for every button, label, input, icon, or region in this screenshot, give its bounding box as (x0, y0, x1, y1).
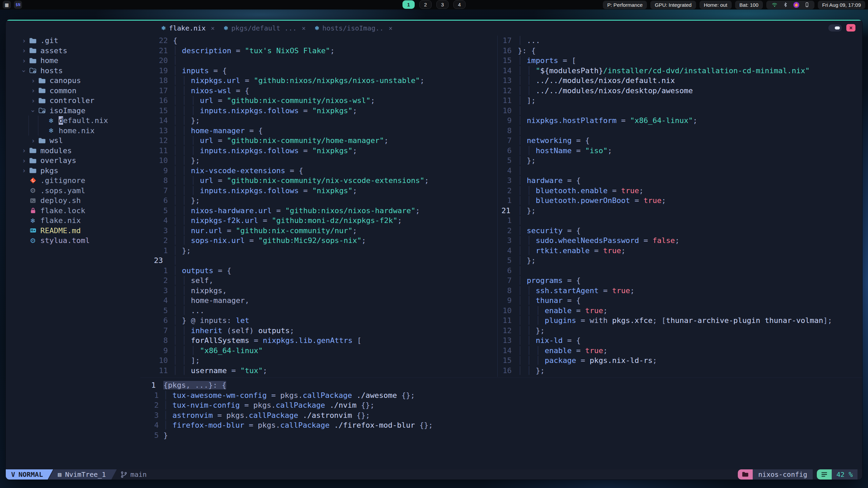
tree-item--sops-yaml[interactable]: ⚙.sops.yaml (6, 186, 150, 196)
code-line: 2│ security = { (499, 226, 862, 236)
tree-item-label: home.nix (59, 126, 95, 136)
tab-hosts-isoImag-[interactable]: ❄hosts/isoImag..× (314, 21, 392, 36)
chevron-right-icon[interactable]: › (20, 157, 28, 164)
pane-separator-horizontal[interactable] (140, 378, 862, 378)
code-line: 13│ │ home-manager = { (150, 126, 497, 136)
code-text: │ │ nixos-hardware.url = "github:nixos/n… (173, 206, 420, 216)
workspace-button-2[interactable]: 2 (419, 0, 432, 9)
tree-item-common[interactable]: ›common (6, 86, 150, 96)
phone-icon[interactable] (805, 2, 809, 8)
line-number: 3 (140, 410, 159, 421)
line-number: 9 (150, 346, 168, 356)
code-line: 4│ │ home-manager, (150, 296, 497, 306)
tree-item--git[interactable]: ›.git (6, 36, 150, 46)
workspace-button-4[interactable]: 4 (453, 0, 466, 9)
workspace-button-3[interactable]: 3 (436, 0, 449, 9)
line-number: 7 (499, 276, 512, 286)
chevron-right-icon[interactable]: › (20, 167, 28, 174)
tree-item-home[interactable]: ›home (6, 56, 150, 66)
code-text: │ │ self, (173, 276, 213, 286)
chevron-right-icon[interactable]: › (29, 97, 37, 104)
tree-item-label: pkgs (40, 166, 58, 176)
tab-pkgs-default-[interactable]: ❄pkgs/default ...× (223, 21, 305, 36)
tab-close-icon[interactable]: × (211, 21, 215, 36)
tree-item-wsl[interactable]: ›wsl (6, 136, 150, 146)
tree-item-controller[interactable]: ›controller (6, 96, 150, 106)
chevron-down-icon[interactable]: › (29, 107, 37, 115)
tree-item-flake-lock[interactable]: flake.lock (6, 206, 150, 216)
line-number: 6 (150, 196, 168, 206)
tree-item-assets[interactable]: ›assets (6, 46, 150, 56)
app-grid-icon[interactable]: ▦ (3, 1, 11, 9)
code-text: │ }; (518, 256, 536, 266)
tab-close-icon[interactable]: × (302, 21, 305, 36)
code-line: 5│ │ ... (150, 306, 497, 316)
line-number: 20 (150, 56, 168, 66)
line-number: 8 (150, 176, 168, 186)
tree-item-isoImage[interactable]: ›isoImage (6, 106, 150, 116)
line-number: 1 (150, 266, 168, 276)
nix-icon: ❄ (161, 25, 166, 32)
code-line: 5│ │ nixos-hardware.url = "github:nixos/… (150, 206, 497, 216)
tree-item-label: modules (40, 146, 72, 156)
folder-icon (37, 87, 47, 94)
chevron-right-icon[interactable]: › (20, 47, 28, 54)
code-line: 14│ │ "${modulesPath}/installer/cd-dvd/i… (499, 66, 862, 76)
system-tray[interactable] (766, 1, 814, 9)
tree-item-hosts[interactable]: ›hosts (6, 66, 150, 76)
editor-pane-iso-default-nix[interactable]: 17│ ...16}: {15│ imports = [14│ │ "${mod… (499, 36, 862, 375)
tab-flake-nix[interactable]: ❄flake.nix× (161, 21, 215, 36)
code-line: 11│ ]; (499, 96, 862, 106)
tree-item-stylua-toml[interactable]: ⚙stylua.toml (6, 236, 150, 246)
chevron-right-icon[interactable]: › (29, 77, 37, 84)
tab-label: pkgs/default ... (231, 21, 297, 36)
tree-item-deploy-sh[interactable]: deploy.sh (6, 196, 150, 206)
tree-item-label: wsl (50, 136, 63, 146)
line-number: 7 (499, 136, 512, 146)
editor-pane-pkgs-default-nix[interactable]: 1{pkgs, ...}: {1│ tux-awesome-wm-config … (140, 380, 862, 440)
wifi-icon[interactable] (771, 2, 778, 8)
line-number: 16 (150, 96, 168, 106)
code-text: │ (518, 166, 527, 176)
chevron-down-icon[interactable]: › (20, 67, 28, 75)
chevron-right-icon[interactable]: › (20, 57, 28, 64)
tab-close-icon[interactable]: × (389, 21, 392, 36)
code-line: 3│ │ sudo.wheelNeedsPassword = false; (499, 236, 862, 246)
code-text: │ │ }; (518, 366, 545, 376)
file-explorer[interactable]: ›.git›assets›home›hosts›canopus›common›c… (6, 36, 150, 246)
tree-item-pkgs[interactable]: ›pkgs (6, 166, 150, 176)
window-pin-toggle[interactable] (828, 24, 842, 32)
chevron-right-icon[interactable]: › (20, 147, 28, 154)
tree-item-default-nix[interactable]: ❄default.nix (6, 116, 150, 126)
editor-pane-flake-nix[interactable]: 22{21│ description = "tux's NixOS Flake"… (150, 36, 497, 375)
pane-separator-vertical[interactable] (497, 36, 498, 377)
tree-item-canopus[interactable]: ›canopus (6, 76, 150, 86)
chevron-right-icon[interactable]: › (20, 37, 28, 44)
bluetooth-icon[interactable] (783, 2, 788, 8)
tree-item-modules[interactable]: ›modules (6, 146, 150, 156)
chevron-right-icon[interactable]: › (29, 87, 37, 94)
tree-item-home-nix[interactable]: ❄home.nix (6, 126, 150, 136)
power-profile-pill: P: Performance (603, 1, 647, 9)
code-line: 3│ │ nur.url = "github:nix-community/nur… (150, 226, 497, 236)
tree-item-overlays[interactable]: ›overlays (6, 156, 150, 166)
buffer-icon: ▤ (58, 469, 61, 480)
workspace-button-1[interactable]: 1 (402, 0, 415, 9)
line-number: 9 (499, 116, 512, 126)
git-branch-icon (121, 471, 127, 478)
code-line: 16│ │ │ url = "github:nix-community/nixo… (150, 96, 497, 106)
nix-run-icon[interactable]: $N (14, 1, 22, 9)
tree-item-flake-nix[interactable]: ❄flake.nix (6, 216, 150, 226)
fire-icon[interactable] (793, 2, 800, 8)
code-text: │ ... (518, 36, 540, 46)
window-close-button[interactable]: × (846, 24, 855, 32)
cursorline-highlight: {pkgs, ...}: { (163, 381, 226, 389)
code-text: │ │ }; (173, 116, 200, 126)
tree-item--gitignore[interactable]: .gitignore (6, 176, 150, 186)
chevron-right-icon[interactable]: › (29, 137, 37, 144)
tree-item-label: assets (40, 46, 67, 56)
line-number: 4 (150, 296, 168, 306)
tree-item-README-md[interactable]: README.md (6, 226, 150, 236)
line-number: 1 (150, 246, 168, 256)
line-number: 13 (150, 126, 168, 136)
